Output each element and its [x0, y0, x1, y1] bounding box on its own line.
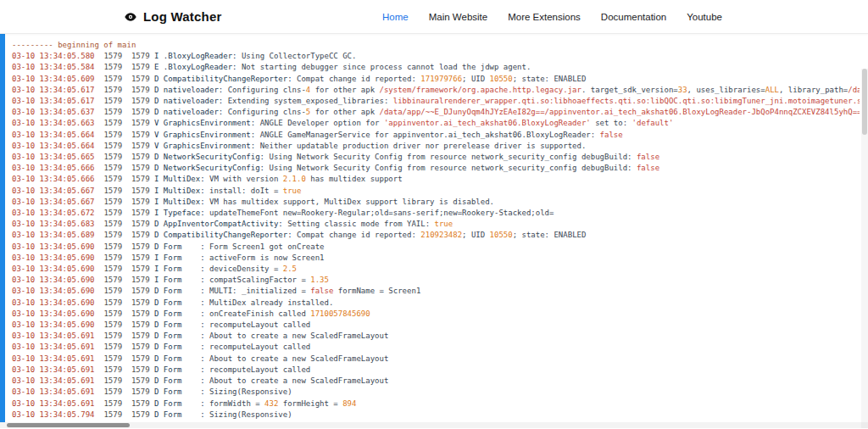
log-segment-ts: 03-10 13:34:05.667 — [12, 198, 95, 206]
log-segment-ts: 03-10 13:34:05.666 — [12, 164, 95, 172]
log-segment-pid: 1579 1579 — [95, 399, 154, 408]
log-segment-red: /data/app/~~E_DJunyOqm4hJYzEAeI82g==/app… — [848, 86, 860, 94]
log-segment-num: true — [435, 220, 453, 228]
log-segment-red: 'default' — [632, 119, 674, 127]
log-segment-num: 171979766 — [420, 75, 462, 83]
log-segment-msg: ; UID — [462, 75, 490, 83]
log-segment-red: libbinauralrenderer_wrapper.qti.so:libho… — [393, 97, 860, 105]
log-line: 03-10 13:34:05.690 1579 1579 D Form : Mu… — [12, 298, 860, 309]
scrollbar-corner — [861, 422, 868, 428]
log-segment-pid: 1579 1579 — [95, 242, 154, 251]
log-segment-ts: 03-10 13:34:05.690 — [12, 309, 95, 318]
log-segment-pid: 1579 1579 — [95, 254, 154, 262]
horizontal-scrollbar-thumb[interactable] — [7, 423, 130, 427]
log-segment-ts: 03-10 13:34:05.690 — [12, 287, 95, 295]
log-line: 03-10 13:34:05.691 1579 1579 D Form : Si… — [12, 387, 860, 398]
log-segment-tag: I Form : — [154, 254, 209, 262]
log-segment-num: 1.35 — [310, 276, 329, 284]
log-segment-num: 432 — [264, 399, 278, 408]
log-line: 03-10 13:34:05.794 1579 1579 D Form : fo… — [12, 421, 860, 421]
log-segment-msg: deviceDensity = — [209, 265, 283, 273]
log-line: 03-10 13:34:05.664 1579 1579 V GraphicsE… — [12, 141, 860, 152]
log-segment-ts: 03-10 13:34:05.664 — [12, 142, 95, 150]
log-segment-ts: 03-10 13:34:05.637 — [12, 108, 95, 116]
log-line: 03-10 13:34:05.580 1579 1579 I .BloxyLog… — [12, 51, 860, 62]
log-segment-ts: 03-10 13:34:05.617 — [12, 97, 95, 105]
log-segment-msg: Configuring clns- — [228, 86, 306, 94]
vertical-scrollbar[interactable] — [861, 69, 868, 422]
log-segment-pid: 1579 1579 — [95, 198, 154, 206]
log-segment-tag: D CompatibilityChangeReporter: — [154, 231, 297, 239]
log-segment-red: false — [600, 131, 623, 139]
log-segment-pid: 1579 1579 — [95, 209, 154, 217]
log-line: 03-10 13:34:05.689 1579 1579 D Compatibi… — [12, 230, 860, 241]
log-segment-tag: D Form : — [154, 309, 209, 318]
log-segment-ts: 03-10 13:34:05.689 — [12, 231, 95, 239]
log-segment-tag: I Form : — [154, 276, 209, 284]
log-segment-num: 2.5 — [283, 265, 297, 273]
log-segment-pid: 1579 1579 — [95, 231, 154, 239]
nav-link-documentation[interactable]: Documentation — [601, 12, 666, 22]
log-segment-tag: D NetworkSecurityConfig: — [154, 164, 269, 172]
log-segment-num: 210923482 — [420, 231, 462, 239]
log-segment-msg: Sizing(Responsive) — [209, 410, 292, 419]
log-line: 03-10 13:34:05.691 1579 1579 D Form : re… — [12, 342, 860, 353]
vertical-scrollbar-thumb[interactable] — [862, 69, 867, 135]
log-segment-tag: D Form : — [154, 387, 209, 396]
log-line: 03-10 13:34:05.691 1579 1579 D Form : Ab… — [12, 354, 860, 365]
log-segment-ts: 03-10 13:34:05.690 — [12, 298, 95, 307]
log-line: 03-10 13:34:05.617 1579 1579 D nativeloa… — [12, 96, 860, 107]
main-nav: HomeMain WebsiteMore ExtensionsDocumenta… — [382, 12, 722, 22]
nav-link-main-website[interactable]: Main Website — [429, 12, 487, 22]
log-segment-ts: 03-10 13:34:05.690 — [12, 320, 95, 329]
log-line: 03-10 13:34:05.690 1579 1579 I Form : de… — [12, 264, 860, 275]
log-line: 03-10 13:34:05.584 1579 1579 E .BloxyLog… — [12, 62, 860, 73]
log-segment-ts: 03-10 13:34:05.666 — [12, 175, 95, 183]
log-segment-tag: I .BloxyLogReader: — [154, 52, 242, 60]
log-segment-msg: formWidth = — [209, 399, 264, 408]
log-segment-pid: 1579 1579 — [95, 63, 154, 71]
log-line: 03-10 13:34:05.690 1579 1579 I Form : ac… — [12, 253, 860, 264]
log-segment-num: 10550 — [490, 75, 513, 83]
nav-link-more-extensions[interactable]: More Extensions — [508, 12, 581, 22]
log-segment-tag: I MultiDex: — [154, 187, 209, 195]
log-segment-tag: I MultiDex: — [154, 175, 209, 183]
log-segment-tag: I Form : — [154, 265, 209, 273]
log-segment-msg: ; state: ENABLED — [513, 231, 587, 239]
log-segment-ts: 03-10 13:34:05.667 — [12, 187, 95, 195]
log-line: 03-10 13:34:05.691 1579 1579 D Form : Ab… — [12, 331, 860, 342]
horizontal-scrollbar[interactable] — [0, 422, 861, 428]
log-segment-ts: 03-10 13:34:05.691 — [12, 387, 95, 396]
nav-link-home[interactable]: Home — [382, 12, 409, 22]
log-segment-pid: 1579 1579 — [95, 75, 154, 83]
log-output[interactable]: --------- beginning of main03-10 13:34:0… — [12, 40, 860, 421]
log-segment-msg: Using Network Security Config from resou… — [269, 164, 636, 172]
log-segment-msg: Using Network Security Config from resou… — [269, 153, 636, 161]
log-line: 03-10 13:34:05.667 1579 1579 I MultiDex:… — [12, 186, 860, 197]
log-line: 03-10 13:34:05.691 1579 1579 D Form : fo… — [12, 398, 860, 410]
log-segment-pid: 1579 1579 — [95, 354, 154, 363]
log-segment-pid: 1579 1579 — [95, 175, 154, 183]
log-line: 03-10 13:34:05.690 1579 1579 D Form : on… — [12, 309, 860, 320]
log-segment-tag: D Form : — [154, 354, 209, 363]
log-line: 03-10 13:34:05.664 1579 1579 V GraphicsE… — [12, 130, 860, 141]
log-segment-msg: ; UID — [462, 231, 490, 239]
log-segment-num: 894 — [342, 399, 356, 408]
log-segment-msg: ANGLE Developer option for — [260, 119, 384, 127]
log-segment-pid: 1579 1579 — [95, 220, 154, 228]
log-line: 03-10 13:34:05.667 1579 1579 I MultiDex:… — [12, 197, 860, 208]
log-line: 03-10 13:34:05.637 1579 1579 D nativeloa… — [12, 107, 860, 118]
log-segment-red: /system/framework/org.apache.http.legacy… — [380, 86, 581, 94]
log-line: 03-10 13:34:05.672 1579 1579 I Typeface:… — [12, 208, 860, 219]
log-segment-tag: I MultiDex: — [154, 198, 209, 206]
log-segment-ts: 03-10 13:34:05.691 — [12, 365, 95, 374]
log-segment-pid: 1579 1579 — [95, 187, 154, 195]
log-segment-pid: 1579 1579 — [95, 365, 154, 374]
log-line: 03-10 13:34:05.690 1579 1579 D Form : re… — [12, 320, 860, 331]
log-line: 03-10 13:34:05.666 1579 1579 I MultiDex:… — [12, 174, 860, 185]
nav-link-youtube[interactable]: Youtube — [687, 12, 722, 22]
log-segment-tag: D Form : — [154, 287, 209, 295]
log-segment-pid: 1579 1579 — [95, 108, 154, 116]
log-segment-msg: Sizing(Responsive) — [209, 387, 292, 396]
log-segment-msg: formHeight = — [278, 399, 342, 408]
